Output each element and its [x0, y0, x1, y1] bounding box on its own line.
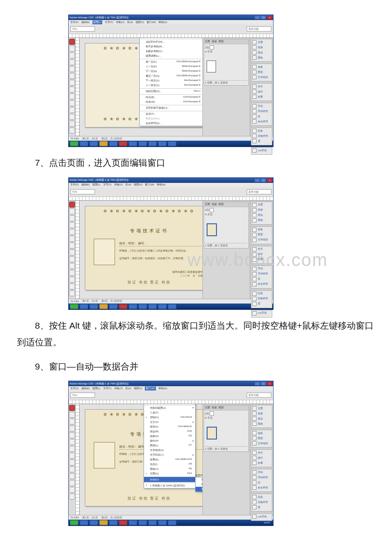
mi-pages[interactable]: 页面(E) [140, 38, 202, 38]
side-item[interactable]: 链接 [252, 411, 271, 416]
mi-auto[interactable]: 自动(O) 脚本(S)Ctrl+Alt+F11 脚本标签(L) 数据合并(D) [144, 477, 195, 482]
mi-objlayout[interactable]: 对象和版面(J) [144, 405, 195, 410]
close-button[interactable]: × [267, 382, 272, 385]
menu-view[interactable]: 视图(V) [134, 183, 142, 187]
taskbar-item[interactable] [129, 304, 137, 309]
side-item[interactable]: 度 [252, 505, 271, 509]
fill-swatch-icon[interactable] [69, 283, 75, 289]
taskbar-item[interactable] [168, 141, 176, 146]
links-tab[interactable]: 链接 [212, 202, 217, 206]
taskbar-item[interactable] [158, 520, 167, 525]
menu-window[interactable]: 窗口(W) [145, 183, 154, 187]
direct-select-tool-icon[interactable] [69, 46, 75, 52]
taskbar-item[interactable] [99, 520, 108, 525]
mi-control[interactable]: ✓控制(O)Ctrl+Alt+6 [144, 415, 195, 420]
links-tab[interactable]: 链接 [212, 40, 217, 43]
mi-stroke[interactable]: 描边(R)F10 [144, 429, 195, 434]
start-button[interactable] [70, 304, 78, 309]
mi-rulerguides[interactable]: 标尺参考线(R)... [140, 44, 202, 49]
selection-tool-icon[interactable] [69, 39, 75, 45]
mi-margins[interactable]: 边距和分栏(M)... [140, 39, 202, 44]
taskbar-item[interactable] [80, 304, 88, 309]
pages-panel[interactable]: 页面 链接 图层 [无] A-主页 1 页面，跨 1 页跨页 [204, 202, 249, 249]
menu-help[interactable]: 帮助(H) [157, 183, 165, 187]
master-none[interactable]: [无] [205, 208, 209, 212]
direct-select-tool-icon[interactable] [69, 412, 75, 418]
menu-file[interactable]: 文件(F) [70, 387, 79, 390]
pages-tab[interactable]: 页面 [205, 202, 210, 206]
hand-tool-icon[interactable] [69, 107, 75, 113]
fill-swatch-icon[interactable] [69, 487, 75, 493]
side-item[interactable]: 字符样式 [252, 109, 271, 113]
side-item[interactable]: 效果 [252, 95, 271, 99]
selection-tool-icon[interactable] [69, 202, 75, 208]
view-mode-icon[interactable] [69, 127, 75, 133]
layers-tab[interactable]: 图层 [219, 202, 224, 206]
mi-pages[interactable]: ✓页面(G)F12 [144, 471, 195, 476]
pen-tool-icon[interactable] [69, 222, 75, 228]
side-item[interactable]: 表格样式 [252, 500, 271, 504]
menu-type[interactable]: 文字(T) [103, 387, 112, 390]
side-item[interactable]: 字符样式 [252, 475, 271, 480]
type-tool-icon[interactable] [69, 419, 75, 425]
side-item[interactable]: 颜色 [252, 55, 271, 60]
master-a[interactable]: A-主页 [205, 50, 213, 54]
taskbar-item[interactable] [129, 141, 137, 146]
side-item[interactable]: 文本绕排 [252, 441, 271, 445]
mi-openwindow[interactable]: ✓1 未标题-1 @ 100% [直排内页] [144, 483, 195, 488]
mi-forward[interactable]: 向前(W)Ctrl+Numpad 3 [140, 100, 202, 104]
side-item[interactable]: 段落 [252, 292, 271, 296]
side-item[interactable]: 页面 [252, 406, 271, 410]
menu-layout[interactable]: 版面(L) [92, 183, 101, 187]
menu-table[interactable]: 表(A) [125, 387, 131, 390]
mi-interactive[interactable]: 交互(V) [144, 420, 195, 425]
side-item[interactable]: 页面 [252, 203, 271, 207]
mi-nextspread[interactable]: 下一跨页(X)Alt+Numpad 3 [140, 78, 202, 83]
side-item[interactable]: 效果 [252, 461, 271, 465]
workspace-select[interactable]: 基本功能 [247, 189, 271, 194]
taskbar-item[interactable] [168, 520, 176, 525]
menu-view[interactable]: 视图(V) [135, 20, 144, 24]
mi-scripttag[interactable]: 脚本标签(L) [196, 482, 202, 487]
side-item[interactable]: 表 [252, 277, 271, 281]
gradient-tool-icon[interactable] [69, 93, 75, 99]
menu-window[interactable]: 窗口(W) [145, 387, 156, 390]
side-item[interactable]: 色板 [252, 431, 271, 435]
workspace-select[interactable]: 基本功能 [247, 393, 271, 398]
canvas[interactable]: ✿ ❀ ✿ ❀ ✿ ❀ ✿ ❀ ✿ ❀ ✿ ❀ ✿ ❀ ✿ 专项技术证书 姓名：… [80, 404, 202, 515]
side-item[interactable]: 图层 [252, 436, 271, 440]
mi-firstpage[interactable]: 第一页(F)Ctrl+Shift+Numpad 9 [140, 59, 202, 64]
menu-view[interactable]: 视图(V) [134, 387, 142, 390]
scissors-tool-icon[interactable] [69, 243, 75, 249]
pages-tab[interactable]: 页面 [205, 406, 210, 410]
menu-window[interactable]: 窗口(W) [147, 20, 156, 24]
eyedropper-tool-icon[interactable] [69, 466, 75, 472]
zoom-field[interactable]: 75% [70, 26, 95, 32]
side-item[interactable]: 字符 [252, 104, 271, 108]
taskbar-item[interactable] [148, 520, 157, 525]
mi-toc[interactable]: 目录(T)... [140, 111, 202, 116]
mi-layers[interactable]: 图层(L)F7 [144, 443, 195, 448]
scissors-tool-icon[interactable] [69, 80, 75, 86]
mi-datamerge[interactable]: 数据合并(D) [196, 487, 202, 491]
side-item[interactable]: 段落 [252, 129, 271, 133]
side-item[interactable]: 表 [252, 114, 271, 119]
menu-edit[interactable]: 编辑(E) [81, 387, 90, 390]
minimize-button[interactable]: – [255, 16, 260, 19]
canvas[interactable]: ✿ ❀ ✿ ❀ ✿ ❀ ✿ ❀ ✿ ❀ ✿ ❀ ✿ ❀ ✿ ✿ ❀ ✿ ❀ ✿ … [80, 38, 202, 136]
side-item[interactable]: 描边 [252, 213, 271, 217]
side-item[interactable]: 命名样式 [252, 119, 271, 124]
layers-tab[interactable]: 图层 [219, 40, 224, 43]
mi-swatches[interactable]: 色板(H)F5 [144, 434, 195, 439]
zoom-field[interactable]: 75% [70, 393, 95, 398]
mi-layoutadjust[interactable]: 版面调整(L)... [140, 54, 202, 58]
view-mode-icon[interactable] [69, 290, 75, 296]
menu-table[interactable]: 表(A) [125, 183, 131, 187]
minimize-button[interactable]: – [255, 179, 260, 182]
canvas[interactable]: ✿ ❀ ✿ ❀ ✿ ❀ ✿ ❀ ✿ ❀ ✿ ❀ ✿ ❀ ✿ 专项技术证书 姓名：… [80, 201, 202, 299]
rotate-tool-icon[interactable] [69, 87, 75, 92]
pen-tool-icon[interactable] [69, 59, 75, 65]
taskbar-item[interactable] [119, 520, 127, 525]
menu-edit[interactable]: 编辑(E) [81, 20, 90, 24]
frame-tool-icon[interactable] [69, 229, 75, 235]
